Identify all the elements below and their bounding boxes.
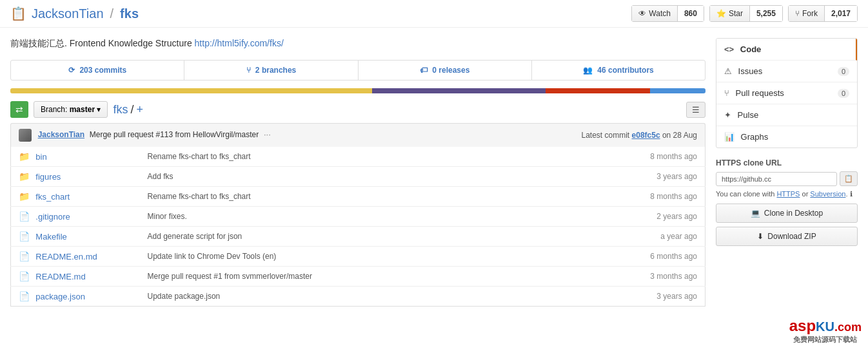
download-zip-icon: ⬇ bbox=[757, 232, 764, 241]
repo-icon: 📋 bbox=[10, 6, 26, 21]
clone-section: HTTPS clone URL 📋 You can clone with HTT… bbox=[716, 158, 858, 246]
branches-stat[interactable]: ⑂ 2 branches bbox=[184, 61, 358, 80]
clone-copy-button[interactable]: 📋 bbox=[840, 171, 858, 186]
file-link[interactable]: README.en.md bbox=[35, 252, 97, 261]
watch-label: Watch bbox=[649, 9, 671, 18]
sidebar-item-pull-requests[interactable]: ⑂ Pull requests 0 bbox=[716, 82, 857, 104]
file-link[interactable]: package.json bbox=[35, 292, 85, 301]
star-icon: ⭐ bbox=[716, 9, 726, 18]
fork-button[interactable]: ⑂ Fork bbox=[789, 6, 824, 21]
releases-count: 0 bbox=[432, 66, 437, 75]
description-link[interactable]: http://html5ify.com/fks/ bbox=[195, 38, 284, 48]
file-time-cell: 8 months ago bbox=[559, 147, 705, 167]
file-name-cell: 📄 .gitignore bbox=[11, 207, 140, 227]
lang-segment-2 bbox=[546, 88, 650, 93]
file-icon: 📄 bbox=[19, 211, 30, 222]
repo-description: 前端技能汇总. Frontend Knowledge Structure htt… bbox=[10, 38, 705, 50]
code-nav-left: <> Code bbox=[724, 44, 761, 54]
table-row: 📁 figures Add fks 3 years ago bbox=[11, 167, 705, 187]
top-bar: 📋 JacksonTian / fks 👁 Watch 860 ⭐ Star 5… bbox=[0, 0, 868, 28]
issues-icon: ⚠ bbox=[724, 66, 732, 76]
fork-group: ⑂ Fork 2,017 bbox=[788, 5, 858, 22]
https-link[interactable]: HTTPS bbox=[776, 190, 800, 198]
repo-path: fks / + bbox=[113, 103, 143, 117]
lang-segment-3 bbox=[650, 88, 705, 93]
file-name-cell: 📁 bin bbox=[11, 147, 140, 167]
commit-row: JacksonTian Merge pull request #113 from… bbox=[10, 123, 705, 147]
file-message-cell: Add generate script for json bbox=[140, 227, 560, 247]
folder-icon: 📁 bbox=[19, 151, 30, 162]
sidebar-nav: <> Code ⚠ Issues 0 ⑂ Pull requests 0 bbox=[716, 38, 858, 148]
reponame-link[interactable]: fks bbox=[120, 6, 139, 21]
watch-button[interactable]: 👁 Watch bbox=[632, 6, 677, 21]
file-message-cell: Rename fks-chart to fks_chart bbox=[140, 147, 560, 167]
branches-count: 2 bbox=[255, 66, 260, 75]
download-zip-label: Download ZIP bbox=[767, 232, 816, 241]
file-link[interactable]: bin bbox=[35, 152, 46, 162]
new-file-link[interactable]: + bbox=[136, 103, 143, 117]
commits-stat[interactable]: ⟳ 203 commits bbox=[11, 61, 184, 80]
file-link[interactable]: fks_chart bbox=[35, 192, 70, 202]
description-text: 前端技能汇总. Frontend Knowledge Structure bbox=[10, 38, 192, 48]
table-row: 📄 Makefile Add generate script for json … bbox=[11, 227, 705, 247]
star-button[interactable]: ⭐ Star bbox=[710, 6, 749, 21]
file-icon: 📄 bbox=[19, 251, 30, 261]
branch-label: Branch: bbox=[41, 105, 67, 114]
sidebar-item-code[interactable]: <> Code bbox=[716, 39, 857, 61]
file-message-cell: Update package.json bbox=[140, 287, 560, 307]
table-row: 📄 package.json Update package.json 3 yea… bbox=[11, 287, 705, 307]
table-row: 📄 README.en.md Update link to Chrome Dev… bbox=[11, 247, 705, 267]
graphs-icon: 📊 bbox=[724, 132, 735, 142]
path-link[interactable]: fks bbox=[113, 103, 128, 117]
sidebar-item-issues[interactable]: ⚠ Issues 0 bbox=[716, 61, 857, 82]
sidebar-item-pulse[interactable]: ✦ Pulse bbox=[716, 104, 857, 126]
file-time-cell: 3 months ago bbox=[559, 267, 705, 287]
contributors-icon: 👥 bbox=[583, 66, 593, 75]
file-icon: 📄 bbox=[19, 291, 30, 301]
commit-dots[interactable]: ··· bbox=[264, 129, 271, 139]
clone-desktop-button[interactable]: 💻 Clone in Desktop bbox=[716, 204, 858, 223]
sidebar: <> Code ⚠ Issues 0 ⑂ Pull requests 0 bbox=[716, 38, 858, 307]
file-link[interactable]: Makefile bbox=[35, 232, 66, 242]
contributors-label: contributors bbox=[608, 66, 654, 75]
username-link[interactable]: JacksonTian bbox=[32, 6, 104, 21]
stats-bar: ⟳ 203 commits ⑂ 2 branches 🏷 0 releases … bbox=[10, 60, 705, 81]
path-separator: / bbox=[130, 103, 133, 117]
file-link[interactable]: README.md bbox=[35, 272, 85, 281]
folder-icon: 📁 bbox=[19, 171, 30, 182]
files-table: 📁 bin Rename fks-chart to fks_chart 8 mo… bbox=[10, 147, 705, 307]
issues-nav-left: ⚠ Issues bbox=[724, 66, 762, 76]
clone-title: HTTPS clone URL bbox=[716, 158, 858, 167]
file-name-cell: 📄 README.en.md bbox=[11, 247, 140, 267]
graphs-nav-left: 📊 Graphs bbox=[724, 132, 768, 142]
list-view-button[interactable]: ☰ bbox=[686, 102, 705, 118]
releases-label: releases bbox=[439, 66, 469, 75]
commits-label: commits bbox=[95, 66, 126, 75]
file-link[interactable]: figures bbox=[35, 172, 61, 182]
commit-date: on 28 Aug bbox=[662, 131, 697, 140]
clone-url-input[interactable] bbox=[716, 172, 837, 186]
language-bar bbox=[10, 88, 705, 93]
commit-author-link[interactable]: JacksonTian bbox=[38, 130, 84, 139]
folder-icon: 📁 bbox=[19, 191, 30, 202]
lang-segment-0 bbox=[10, 88, 372, 93]
releases-stat[interactable]: 🏷 0 releases bbox=[359, 61, 532, 80]
file-time-cell: 2 years ago bbox=[559, 207, 705, 227]
subversion-link[interactable]: Subversion bbox=[810, 190, 845, 198]
file-time-cell: 3 years ago bbox=[559, 287, 705, 307]
contributors-stat[interactable]: 👥 46 contributors bbox=[532, 61, 705, 80]
download-zip-button[interactable]: ⬇ Download ZIP bbox=[716, 227, 858, 246]
commit-hash-link[interactable]: e08fc5c bbox=[632, 131, 660, 140]
issues-badge: 0 bbox=[838, 67, 849, 76]
star-count: 5,255 bbox=[749, 6, 782, 21]
file-link[interactable]: .gitignore bbox=[35, 212, 70, 222]
sidebar-item-graphs[interactable]: 📊 Graphs bbox=[716, 126, 857, 147]
title-separator: / bbox=[110, 6, 114, 21]
branch-icon-button[interactable]: ⇄ bbox=[10, 101, 28, 118]
toolbar: ⇄ Branch: master ▾ fks / + ☰ bbox=[10, 101, 705, 118]
file-time-cell: a year ago bbox=[559, 227, 705, 247]
commit-left: JacksonTian Merge pull request #113 from… bbox=[19, 129, 271, 142]
file-message-cell: Merge pull request #1 from svmmerlover/m… bbox=[140, 267, 560, 287]
branch-dropdown[interactable]: Branch: master ▾ bbox=[34, 101, 108, 118]
file-message-cell: Minor fixes. bbox=[140, 207, 560, 227]
